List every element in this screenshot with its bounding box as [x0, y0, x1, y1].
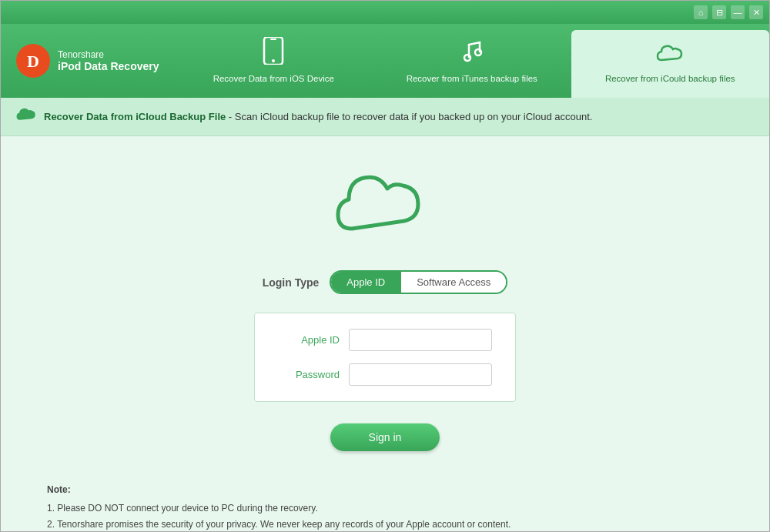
login-type-row: Login Type Apple ID Software Access — [263, 270, 508, 294]
app-logo-area: D Tenorshare iPod Data Recovery — [1, 24, 175, 98]
itunes-icon — [461, 37, 483, 69]
note-section: Note: 1. Please DO NOT connect your devi… — [16, 482, 541, 532]
login-type-buttons: Apple ID Software Access — [330, 270, 507, 294]
tab-icloud-backup[interactable]: Recover from iCould backup files — [571, 30, 770, 98]
password-row: Password — [278, 363, 492, 386]
home-button[interactable]: ⌂ — [694, 5, 708, 19]
svg-point-4 — [272, 59, 275, 62]
tab-ios-device[interactable]: Recover Data from iOS Device — [175, 24, 373, 98]
title-bar: ⌂ ⊟ — ✕ — [1, 1, 769, 24]
apple-id-label: Apple ID — [278, 334, 340, 346]
app-title-text: Tenorshare iPod Data Recovery — [58, 49, 159, 72]
header: D Tenorshare iPod Data Recovery Recover … — [1, 24, 769, 98]
svg-text:D: D — [27, 52, 39, 71]
app-product: iPod Data Recovery — [58, 60, 159, 72]
tab-itunes-label: Recover from iTunes backup files — [407, 73, 537, 85]
apple-id-row: Apple ID — [278, 329, 492, 351]
minimize-button[interactable]: — — [731, 5, 745, 19]
info-bar: Recover Data from iCloud Backup File - S… — [1, 98, 769, 136]
app-logo-icon: D — [16, 44, 50, 78]
big-cloud-icon — [335, 167, 435, 244]
icloud-icon — [656, 43, 684, 69]
password-label: Password — [278, 369, 340, 380]
signin-button[interactable]: Sign in — [330, 423, 440, 451]
close-button[interactable]: ✕ — [749, 5, 763, 19]
software-access-tab[interactable]: Software Access — [401, 272, 506, 293]
password-input[interactable] — [349, 363, 492, 386]
settings-button[interactable]: ⊟ — [712, 5, 726, 19]
svg-point-5 — [464, 55, 470, 61]
svg-rect-3 — [270, 38, 276, 40]
form-box: Apple ID Password — [254, 313, 516, 402]
note-title: Note: — [47, 482, 511, 499]
apple-id-tab[interactable]: Apple ID — [331, 272, 401, 293]
info-bar-bold: Recover Data from iCloud Backup File — [44, 111, 226, 122]
info-cloud-icon — [16, 106, 36, 127]
tab-ios-label: Recover Data from iOS Device — [213, 73, 334, 85]
info-bar-description: - Scan iCloud backup file to recover dat… — [226, 111, 592, 122]
note-line-2: 2. Tenorshare promises the security of y… — [47, 517, 511, 532]
main-content: Login Type Apple ID Software Access Appl… — [1, 136, 769, 532]
info-bar-text: Recover Data from iCloud Backup File - S… — [44, 111, 592, 122]
tab-itunes-backup[interactable]: Recover from iTunes backup files — [373, 24, 571, 98]
login-type-label: Login Type — [263, 276, 320, 289]
ios-device-icon — [263, 37, 284, 69]
note-line-1: 1. Please DO NOT connect your device to … — [47, 500, 511, 517]
app-brand: Tenorshare — [58, 49, 159, 60]
apple-id-input[interactable] — [349, 329, 492, 351]
nav-tabs: Recover Data from iOS Device Recover fro… — [175, 24, 770, 98]
tab-icloud-label: Recover from iCould backup files — [605, 73, 735, 85]
cloud-icon-wrapper — [335, 167, 435, 247]
svg-point-6 — [475, 49, 481, 55]
